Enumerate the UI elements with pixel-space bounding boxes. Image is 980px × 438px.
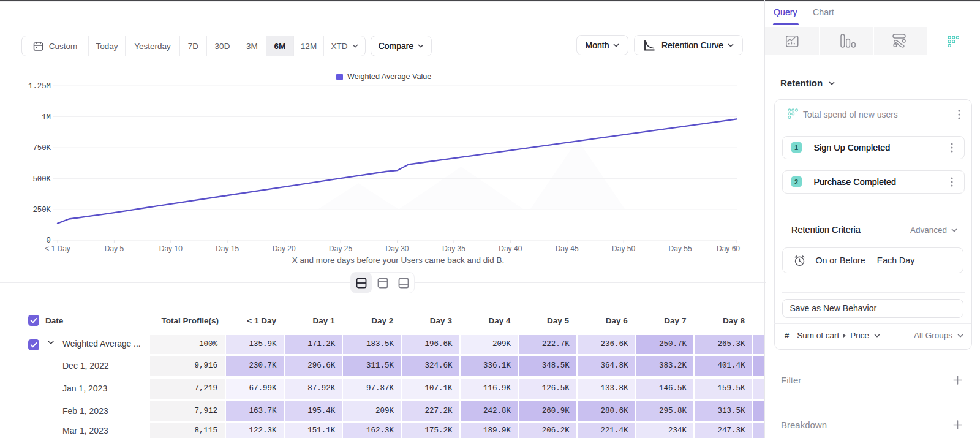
svg-text:Day 40: Day 40 bbox=[499, 244, 522, 253]
svg-text:Day 10: Day 10 bbox=[159, 244, 183, 253]
svg-text:250K: 250K bbox=[32, 206, 51, 214]
svg-text:Day 25: Day 25 bbox=[329, 244, 352, 253]
svg-text:500K: 500K bbox=[32, 175, 51, 184]
svg-text:Day 60: Day 60 bbox=[717, 244, 740, 253]
svg-text:Day 35: Day 35 bbox=[442, 244, 466, 253]
svg-text:750K: 750K bbox=[32, 144, 51, 153]
svg-text:0: 0 bbox=[47, 236, 51, 245]
svg-text:Day 55: Day 55 bbox=[669, 244, 692, 253]
svg-text:1M: 1M bbox=[42, 113, 51, 122]
svg-text:< 1 Day: < 1 Day bbox=[45, 244, 70, 253]
svg-text:Day 15: Day 15 bbox=[216, 244, 239, 253]
svg-text:Day 20: Day 20 bbox=[273, 244, 296, 253]
svg-text:1.25M: 1.25M bbox=[28, 82, 51, 91]
svg-text:Day 50: Day 50 bbox=[612, 244, 635, 253]
svg-text:Day 45: Day 45 bbox=[556, 244, 579, 253]
svg-text:Day 30: Day 30 bbox=[385, 244, 409, 253]
svg-text:Day 5: Day 5 bbox=[105, 244, 124, 253]
